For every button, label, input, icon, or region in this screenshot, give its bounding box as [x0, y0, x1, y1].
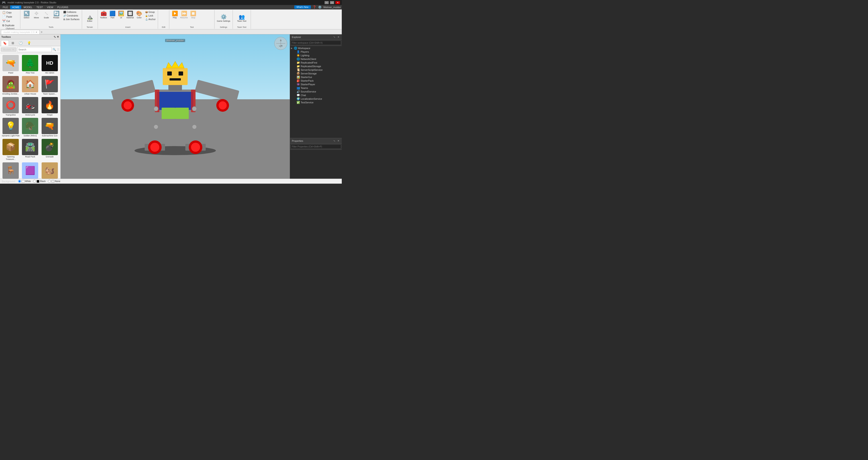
- settings-icon[interactable]: ⚙️: [318, 5, 322, 9]
- maximize-button[interactable]: □: [330, 1, 334, 4]
- close-button[interactable]: ✕: [336, 1, 340, 4]
- constraints-button[interactable]: 🔗 Constraints: [62, 14, 81, 18]
- tree-item-0[interactable]: ▶🌐Workspace: [290, 46, 342, 50]
- anchor-button[interactable]: ⚓ Anchor: [144, 18, 157, 21]
- join-surfaces-button[interactable]: ⊞ Join Surfaces: [62, 18, 81, 21]
- whats-new-button[interactable]: What's New: [294, 5, 311, 9]
- select-button[interactable]: ↖️ Select: [22, 10, 31, 20]
- tree-item-7[interactable]: 📦ServerStorage: [290, 72, 342, 75]
- tree-item-8[interactable]: 🖼️StarterGui: [290, 75, 342, 79]
- toolbox-item-17[interactable]: 🐿️: [40, 162, 59, 179]
- tree-item-10[interactable]: 👾StarterPlayer: [290, 83, 342, 86]
- tree-item-5[interactable]: 📁ReplicatedStorage: [290, 64, 342, 68]
- tree-item-11[interactable]: 👥Teams: [290, 86, 342, 90]
- toolbox-close-icon[interactable]: ✕: [57, 35, 59, 38]
- team-test-button[interactable]: 👥 Team Test: [236, 14, 247, 23]
- properties-close-button[interactable]: ✕: [337, 139, 340, 142]
- bg-none-option[interactable]: None: [48, 180, 60, 183]
- tree-item-3[interactable]: 🌐NetworkClient: [290, 57, 342, 61]
- toolbox-item-11[interactable]: 🔫Submachine Gun: [40, 117, 59, 138]
- tree-item-6[interactable]: 📜ServerScriptService: [290, 68, 342, 72]
- minimize-button[interactable]: −: [324, 1, 329, 4]
- search-icon[interactable]: 🔍: [53, 48, 56, 51]
- toolbox-item-8[interactable]: 🔥Firepit: [40, 96, 59, 117]
- tree-item-9[interactable]: 🎒StarterPack: [290, 79, 342, 83]
- toolbox-item-1[interactable]: 🌲Pine Tree: [20, 54, 40, 75]
- toolbox-item-7[interactable]: 🏍️Motorcycle: [20, 96, 40, 117]
- copy-button[interactable]: 📋 Copy: [1, 10, 19, 15]
- game-settings-button[interactable]: ⚙️ Game Settings: [216, 14, 231, 23]
- properties-expand-button[interactable]: ⤡: [333, 139, 336, 142]
- bg-black-radio[interactable]: [33, 180, 36, 183]
- stop-button[interactable]: ⏹️ Stop: [189, 10, 197, 20]
- tree-item-15[interactable]: ✅TestService: [290, 100, 342, 104]
- scale-button[interactable]: ⤡ Scale: [41, 10, 51, 20]
- bg-black-option[interactable]: Black: [33, 180, 45, 183]
- toolbar: 📋 Copy 📄 Paste ✂️ Cut ⧉ Duplicate Clipbo…: [0, 9, 342, 29]
- menu-file[interactable]: FILE: [1, 5, 10, 9]
- menu-model[interactable]: MODEL: [22, 5, 34, 9]
- ui-button[interactable]: 🖼️ UI: [117, 10, 125, 20]
- toolbox-tab-grid[interactable]: ⊞: [10, 40, 16, 46]
- toolbox-search-input[interactable]: [17, 47, 52, 52]
- toolbox-item-2[interactable]: HDHD Admin: [40, 54, 59, 75]
- toolbox-item-5[interactable]: 🚩Team Spawn...: [40, 75, 59, 96]
- bg-white-option[interactable]: White: [18, 180, 31, 183]
- menu-view[interactable]: VIEW: [45, 5, 55, 9]
- collisions-button[interactable]: ⬛ Collisions: [62, 10, 81, 14]
- duplicate-button[interactable]: ⧉ Duplicate: [1, 23, 19, 27]
- add-tab-button[interactable]: +: [41, 30, 43, 34]
- tree-item-1[interactable]: 👤Players: [290, 50, 342, 54]
- toolbox-item-16[interactable]: 🟪: [20, 162, 40, 179]
- tab-main[interactable]: model making baseplate 2.0 ✕: [1, 30, 40, 34]
- tree-item-12[interactable]: 🔊SoundService: [290, 90, 342, 93]
- toolbox-item-13[interactable]: 🛣️Road Pack: [20, 138, 40, 162]
- play-button[interactable]: ▶️ Play: [170, 10, 179, 20]
- cut-button[interactable]: ✂️ Cut: [1, 19, 19, 23]
- explorer-filter-input[interactable]: [291, 40, 341, 45]
- explorer-close-button[interactable]: ✕: [337, 35, 340, 38]
- model-thumb-0: 🔫: [2, 55, 19, 71]
- toolbox-item-9[interactable]: 💡Dynamic Light Pole: [1, 117, 20, 138]
- tree-label-8: StarterGui: [301, 76, 312, 79]
- tree-item-14[interactable]: 🌍LocalizationService: [290, 97, 342, 100]
- paste-button[interactable]: 📄 Paste: [1, 15, 19, 19]
- tree-item-4[interactable]: 📁ReplicatedFirst: [290, 61, 342, 64]
- group-button[interactable]: 📦 Group: [144, 10, 157, 14]
- move-button[interactable]: ✥ Move: [32, 10, 41, 20]
- toolbox-item-0[interactable]: 🔫Pistol: [1, 54, 20, 75]
- properties-filter-input[interactable]: [291, 144, 341, 149]
- toolbox-item-10[interactable]: 🪖Soldier (Rthro): [20, 117, 40, 138]
- filter-icon[interactable]: ☰: [57, 48, 59, 51]
- models-dropdown-button[interactable]: Models ▼: [1, 48, 16, 52]
- toolbox-item-4[interactable]: 🏠Urban House: [20, 75, 40, 96]
- viewport[interactable]: Welmer_mulder N Left: [61, 34, 290, 179]
- tree-item-2[interactable]: ☀️Lighting: [290, 54, 342, 57]
- color-button[interactable]: 🎨 Color: [135, 10, 143, 20]
- toolbox-item-12[interactable]: 📦Opening Treasure...: [1, 138, 20, 162]
- toolbox-expand-icon[interactable]: ⤡: [54, 35, 56, 38]
- bg-none-radio[interactable]: [48, 180, 51, 183]
- toolbox-item-3[interactable]: 🧟Drooling Zombie...: [1, 75, 20, 96]
- menu-home[interactable]: HOME: [10, 5, 21, 9]
- menu-test[interactable]: TEST: [35, 5, 44, 9]
- lock-button[interactable]: 🔒 Lock: [144, 14, 157, 18]
- toolbox-item-14[interactable]: 💣Grenade: [40, 138, 59, 162]
- terrain-editor-button[interactable]: ⛰️ Editor: [86, 14, 94, 23]
- bg-white-radio[interactable]: [18, 180, 21, 183]
- toolbox-item-15[interactable]: 🪑: [1, 162, 20, 179]
- help-icon[interactable]: ❓: [313, 5, 316, 9]
- toolbox-tab-bulb[interactable]: 💡: [25, 40, 33, 46]
- tree-item-13[interactable]: 💬Chat: [290, 93, 342, 97]
- material-button[interactable]: 🔲 Material: [126, 10, 135, 20]
- resume-button[interactable]: ⏩ Resume: [179, 10, 189, 20]
- toolbox-tab-recent[interactable]: 🕐: [17, 40, 24, 46]
- toolbox-item-6[interactable]: ⭕Trampoline: [1, 96, 20, 117]
- menu-plugins[interactable]: PLUGINS: [56, 5, 70, 9]
- part-button[interactable]: 🟦 Part: [108, 10, 117, 20]
- rotate-button[interactable]: 🔄 Rotate: [52, 10, 61, 20]
- toolbox-button[interactable]: 🧰 Toolbox: [99, 10, 108, 20]
- tab-close-button[interactable]: ✕: [35, 31, 37, 33]
- explorer-expand-button[interactable]: ⤡: [333, 35, 336, 38]
- toolbox-tab-bookmarks[interactable]: 🔖: [1, 40, 9, 46]
